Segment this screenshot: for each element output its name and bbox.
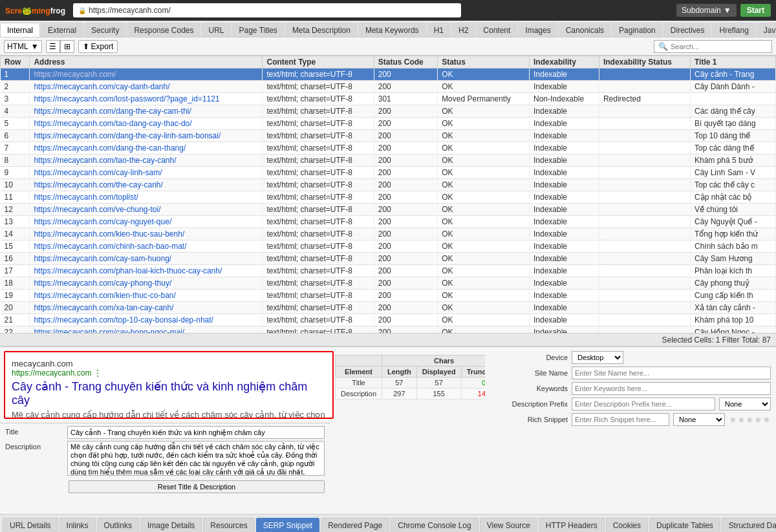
table-row[interactable]: 3https://mecaycanh.com/lost-password/?pa… [1,93,776,105]
table-cell: OK [438,105,530,118]
nav-tab-meta-kw[interactable]: Meta Keywords [358,23,426,37]
search-input[interactable] [671,43,768,50]
table-row[interactable]: 18https://mecaycanh.com/cay-phong-thuy/t… [1,277,776,290]
descprefix-input[interactable] [572,398,715,410]
table-cell: Indexable [530,265,599,277]
table-row[interactable]: 11https://mecaycanh.com/toplist/text/htm… [1,191,776,204]
nav-tab-canonicals[interactable]: Canonicals [559,23,611,37]
nav-tab-h1[interactable]: H1 [427,23,451,37]
bottom-tab-chrome-console[interactable]: Chrome Console Log [391,518,478,532]
table-cell: Khám phá top 10 [690,314,775,326]
table-cell: 200 [374,216,437,228]
table-row[interactable]: 1https://mecaycanh.com/text/html; charse… [1,69,776,81]
bottom-tab-rendered-page[interactable]: Rendered Page [321,518,389,532]
table-cell [599,69,690,81]
table-cell: https://mecaycanh.com/dang-the-cay-cam-t… [30,105,263,118]
table-cell: 21 [1,314,30,326]
nav-tab-internal[interactable]: Internal [0,23,40,37]
table-cell [599,314,690,326]
bottom-tab-structured-data-details[interactable]: Structured Data Details [722,518,776,532]
device-select[interactable]: DesktopMobile [572,351,623,364]
table-row[interactable]: 10https://mecaycanh.com/the-cay-canh/tex… [1,179,776,191]
table-row[interactable]: 17https://mecaycanh.com/phan-loai-kich-t… [1,265,776,277]
table-row[interactable]: 15https://mecaycanh.com/chinh-sach-bao-m… [1,240,776,253]
keywords-label: Keywords [490,385,568,392]
bottom-tab-resources[interactable]: Resources [203,518,254,532]
table-cell: https://mecaycanh.com/ [30,69,263,81]
nav-tab-content[interactable]: Content [476,23,517,37]
description-input[interactable]: Mê cây cảnh cung cấp hướng dẫn chi tiết … [67,441,325,476]
table-cell: 17 [1,265,30,277]
export-button[interactable]: ⬆ Export [78,40,118,53]
table-row[interactable]: 16https://mecaycanh.com/cay-sam-huong/te… [1,253,776,265]
table-cell: 200 [374,118,437,130]
view-buttons: ☰ ⊞ [46,40,74,53]
table-row[interactable]: 21https://mecaycanh.com/top-10-cay-bonsa… [1,314,776,326]
table-row[interactable]: 22https://mecaycanh.com/cay-hong-ngoc-ma… [1,326,776,334]
table-row[interactable]: 4https://mecaycanh.com/dang-the-cay-cam-… [1,105,776,118]
table-row[interactable]: 9https://mecaycanh.com/cay-linh-sam/text… [1,167,776,179]
export-label: Export [91,42,114,51]
nav-tab-pagination[interactable]: Pagination [612,23,663,37]
title-input[interactable] [67,426,325,439]
table-cell: 12 [1,204,30,216]
table-cell: Indexable [530,228,599,240]
nav-tab-meta-desc[interactable]: Meta Description [285,23,358,37]
description-label: Description [5,441,63,451]
col-header-row: Row [1,56,30,69]
address-bar[interactable]: 🔒 https://mecaycanh.com/ [73,3,461,17]
nav-tab-response-codes[interactable]: Response Codes [127,23,200,37]
table-row[interactable]: 7https://mecaycanh.com/dang-the-can-than… [1,142,776,154]
list-view-button[interactable]: ☰ [46,40,60,53]
table-cell: text/html; charset=UTF-8 [263,81,374,93]
descprefix-select[interactable]: None [719,398,771,410]
bottom-tab-inlinks[interactable]: Inlinks [59,518,96,532]
start-button[interactable]: Start [740,4,771,17]
nav-tab-h2[interactable]: H2 [451,23,475,37]
bottom-tab-serp-snippet[interactable]: SERP Snippet [256,518,320,532]
nav-tab-security[interactable]: Security [84,23,126,37]
bottom-tab-url-details[interactable]: URL Details [3,518,58,532]
bottom-tab-image-details[interactable]: Image Details [140,518,202,532]
nav-tab-url[interactable]: URL [201,23,231,37]
table-cell: 18 [1,277,30,290]
html-dropdown[interactable]: HTML ▼ [4,40,42,53]
table-row[interactable]: 2https://mecaycanh.com/cay-danh-danh/tex… [1,81,776,93]
table-row[interactable]: 8https://mecaycanh.com/tao-the-cay-canh/… [1,154,776,167]
table-cell: Moved Permanently [438,93,530,105]
bottom-tab-cookies[interactable]: Cookies [606,518,648,532]
nav-tab-page-titles[interactable]: Page Titles [232,23,285,37]
nav-tab-external[interactable]: External [41,23,83,37]
nav-tab-javascript[interactable]: JavaScript [757,23,776,37]
bottom-tab-http-headers[interactable]: HTTP Headers [539,518,605,532]
col-header-indexability: Indexability [530,56,599,69]
keywords-input[interactable] [572,382,771,395]
table-cell [599,265,690,277]
more-icon: ⋮ [94,368,102,378]
nav-tab-directives[interactable]: Directives [663,23,712,37]
bottom-tab-duplicate-tables[interactable]: Duplicate Tables [649,518,720,532]
sitename-input[interactable] [572,367,771,379]
table-row[interactable]: 19https://mecaycanh.com/kien-thuc-co-ban… [1,290,776,302]
richsnippet-input[interactable] [572,413,669,426]
table-row[interactable]: 20https://mecaycanh.com/xa-tan-cay-canh/… [1,302,776,314]
table-row[interactable]: 5https://mecaycanh.com/tao-dang-cay-thac… [1,118,776,130]
table-row[interactable]: 13https://mecaycanh.com/cay-nguyet-que/t… [1,216,776,228]
app-logo: Scre🐸mingfrog [5,5,65,16]
bottom-tab-outlinks[interactable]: Outlinks [97,518,139,532]
table-cell: https://mecaycanh.com/cay-danh-danh/ [30,81,263,93]
nav-tab-images[interactable]: Images [518,23,557,37]
element-sub-header: Element [336,367,382,378]
serp-title[interactable]: Cây cảnh - Trang chuyên kiến thức và kin… [12,379,326,407]
grid-view-button[interactable]: ⊞ [60,40,74,53]
table-row[interactable]: 14https://mecaycanh.com/kien-thuc-sau-be… [1,228,776,240]
table-cell: 16 [1,253,30,265]
table-row[interactable]: 12https://mecaycanh.com/ve-chung-toi/tex… [1,204,776,216]
subdomain-button[interactable]: Subdomain ▼ [676,4,737,17]
nav-tab-hreflang[interactable]: Hreflang [712,23,755,37]
bottom-tab-view-source[interactable]: View Source [480,518,537,532]
richsnippet-select[interactable]: None [673,413,725,426]
reset-description-button[interactable]: Reset Title & Description [69,480,325,493]
table-row[interactable]: 6https://mecaycanh.com/dang-the-cay-linh… [1,130,776,142]
table-cell: 200 [374,130,437,142]
